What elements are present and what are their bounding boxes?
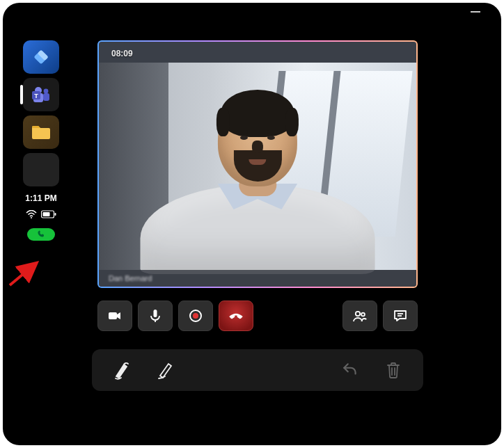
participant-video[interactable]: 08:09: [99, 42, 416, 287]
people-icon: [352, 307, 368, 324]
end-call-button[interactable]: [219, 301, 253, 331]
end-call-icon: [227, 307, 245, 325]
battery-icon: [41, 209, 56, 221]
app-sidebar: T 1:11 PM: [22, 40, 60, 241]
diamond-icon: [31, 47, 52, 67]
svg-rect-14: [154, 310, 157, 317]
teams-icon: T: [30, 85, 52, 104]
svg-rect-11: [43, 212, 50, 216]
active-call-pill[interactable]: [27, 228, 55, 241]
chat-icon: [392, 307, 409, 324]
status-icons: [26, 209, 56, 221]
sidebar-app-contact[interactable]: [23, 153, 59, 186]
undo-button[interactable]: [338, 358, 362, 382]
toggle-mic-button[interactable]: [138, 301, 173, 331]
svg-rect-5: [43, 93, 49, 101]
svg-rect-10: [55, 213, 56, 216]
svg-line-12: [10, 264, 35, 285]
mic-icon: [147, 307, 164, 324]
pointer-tool-button[interactable]: [110, 358, 134, 382]
svg-point-8: [31, 217, 32, 218]
sidebar-app-teams[interactable]: T: [23, 78, 59, 111]
pen-icon: [155, 360, 175, 381]
toggle-camera-button[interactable]: [97, 301, 132, 331]
participants-button[interactable]: [342, 301, 377, 331]
sidebar-app-dynamics[interactable]: [23, 40, 59, 74]
sidebar-app-files[interactable]: [23, 115, 59, 149]
folder-icon: [31, 124, 52, 141]
pen-tool-button[interactable]: [153, 358, 177, 382]
svg-point-19: [361, 313, 365, 317]
video-call-window: 08:09: [97, 40, 418, 288]
participant-name: Dan Bernard: [109, 274, 152, 282]
call-duration: 08:09: [111, 49, 133, 58]
trash-icon: [385, 361, 402, 379]
svg-point-18: [356, 312, 360, 316]
clock-label: 1:11 PM: [25, 193, 56, 203]
video-feed-placeholder: [99, 63, 416, 270]
participant-name-bar: Dan Bernard: [99, 270, 416, 287]
device-frame: T 1:11 PM: [3, 3, 501, 445]
svg-point-17: [193, 313, 198, 319]
pointer-pen-icon: [111, 360, 132, 381]
phone-icon: [37, 228, 45, 241]
call-controls: [97, 301, 418, 333]
undo-icon: [341, 361, 359, 379]
wifi-icon: [26, 209, 37, 221]
record-icon: [187, 307, 204, 324]
svg-point-3: [44, 89, 49, 94]
annotation-arrow: [7, 260, 42, 288]
svg-rect-13: [109, 312, 117, 319]
delete-button[interactable]: [381, 358, 405, 382]
minimize-button[interactable]: [471, 11, 480, 13]
record-button[interactable]: [178, 301, 213, 331]
camera-icon: [107, 307, 123, 324]
annotation-toolbar: [92, 349, 423, 391]
chat-button[interactable]: [383, 301, 418, 331]
svg-text:T: T: [34, 93, 38, 99]
